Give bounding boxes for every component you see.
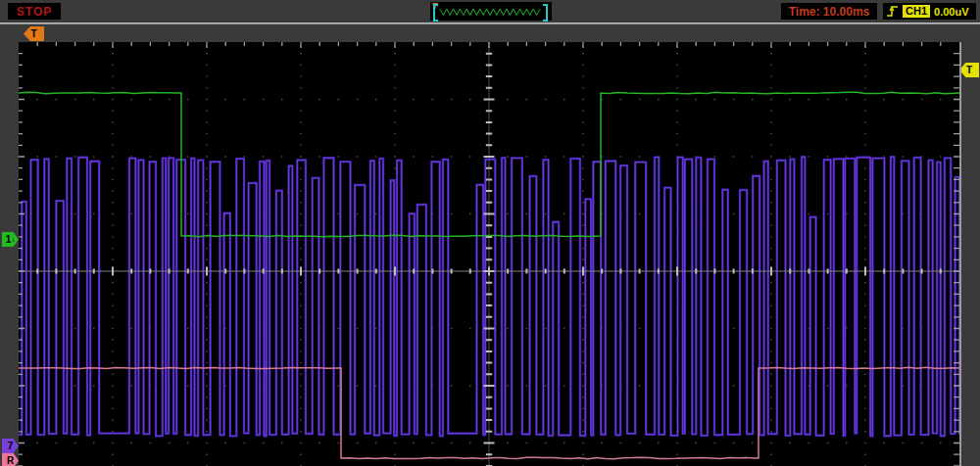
digital7-marker-label: 7 xyxy=(8,441,14,451)
trigger-level-marker-label: T xyxy=(966,65,972,75)
digital7-position-marker[interactable]: 7 xyxy=(2,439,19,453)
topbar-separator xyxy=(0,23,980,24)
waveform-display xyxy=(19,42,961,466)
stop-label: STOP xyxy=(17,5,52,19)
ref-position-marker[interactable]: R xyxy=(2,453,19,466)
trigger-time-marker[interactable]: T xyxy=(24,26,44,41)
trigger-source-badge: CH1 xyxy=(903,5,930,18)
trigger-position-preview[interactable]: T xyxy=(430,2,552,21)
waveform-display-svg xyxy=(19,42,959,466)
channel1-position-marker[interactable]: 1 ↓ xyxy=(2,232,19,247)
trigger-time-marker-label: T xyxy=(30,28,36,39)
rising-edge-trigger-icon xyxy=(886,4,899,19)
preview-left-bracket-icon xyxy=(433,4,438,22)
run-stop-indicator[interactable]: STOP xyxy=(8,3,61,20)
ref-marker-label: R xyxy=(7,455,14,466)
trigger-level-marker[interactable]: T xyxy=(959,63,979,77)
preview-right-bracket-icon xyxy=(543,4,548,22)
timebase-readout[interactable]: Time: 10.00ms xyxy=(781,3,877,20)
channel1-marker-arrow-icon: ↓ xyxy=(11,235,15,244)
preview-waveform xyxy=(430,2,552,21)
oscilloscope-app: { "topbar": { "stop_label": "STOP", "tim… xyxy=(0,0,980,466)
trigger-readout[interactable]: CH1 0.00uV xyxy=(883,3,976,20)
trigger-level-value: 0.00uV xyxy=(934,6,968,18)
top-status-bar: STOP T Time: 10.00ms CH1 0.00uV xyxy=(0,0,980,23)
timebase-label: Time: 10.00ms xyxy=(789,5,870,19)
